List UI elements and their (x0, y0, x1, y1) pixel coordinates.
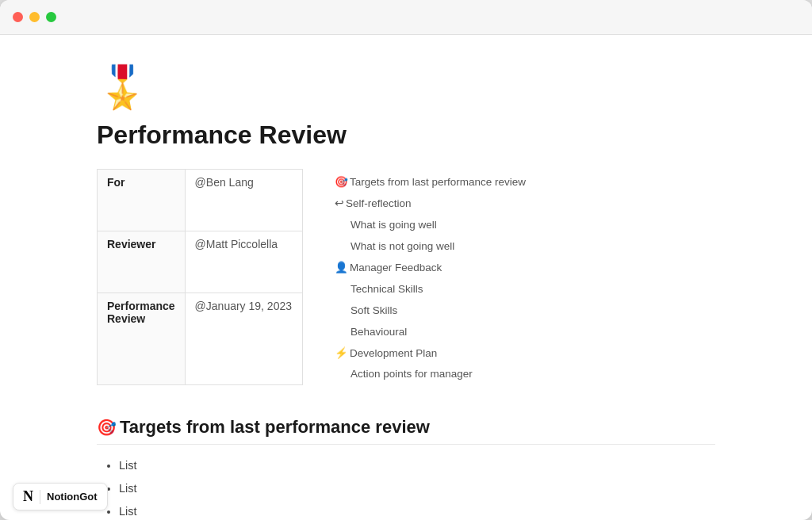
divider (40, 490, 40, 504)
notion-logo-letter: N (23, 488, 33, 505)
toc-item-soft-skills[interactable]: Soft Skills (335, 300, 715, 322)
list-item: List (119, 500, 715, 520)
field-value-for: @Ben Lang (185, 170, 302, 231)
field-label-review: Performance Review (98, 293, 186, 385)
self-reflection-icon: ↩ (335, 197, 344, 209)
field-label-reviewer: Reviewer (98, 231, 186, 293)
field-label-for: For (98, 170, 186, 231)
list-item: List (119, 454, 715, 477)
toc-item-action-points[interactable]: Action points for manager (335, 364, 715, 385)
table-row: For @Ben Lang (98, 170, 303, 231)
field-value-review: @January 19, 2023 (185, 293, 302, 385)
table-of-contents: 🎯Targets from last performance review ↩S… (335, 169, 715, 385)
list-item: List (119, 477, 715, 500)
page-icon: 🎖️ (97, 67, 148, 108)
table-row: Performance Review @January 19, 2023 (98, 293, 303, 385)
targets-icon: 🎯 (335, 176, 348, 188)
notion-brand-bar: N NotionGot (13, 483, 108, 510)
toc-item-not-going-well[interactable]: What is not going well (335, 236, 715, 258)
info-layout: For @Ben Lang Reviewer @Matt Piccolella … (97, 169, 715, 385)
toc-item-manager-feedback[interactable]: 👤Manager Feedback (335, 258, 715, 279)
targets-section: 🎯 Targets from last performance review L… (97, 417, 715, 520)
info-table: For @Ben Lang Reviewer @Matt Piccolella … (97, 169, 303, 385)
toc-item-development-plan[interactable]: ⚡Development Plan (335, 343, 715, 365)
manager-feedback-icon: 👤 (335, 262, 348, 273)
development-plan-icon: ⚡ (335, 347, 348, 359)
titlebar (0, 0, 812, 35)
toc-item-self-reflection[interactable]: ↩Self-reflection (335, 193, 715, 215)
toc-item-going-well[interactable]: What is going well (335, 215, 715, 236)
app-window: 🎖️ Performance Review For @Ben Lang Revi… (0, 0, 812, 520)
table-row: Reviewer @Matt Piccolella (98, 231, 303, 293)
toc-item-behavioural[interactable]: Behavioural (335, 322, 715, 343)
maximize-button[interactable] (46, 12, 56, 22)
minimize-button[interactable] (29, 12, 40, 22)
targets-section-title: 🎯 Targets from last performance review (97, 417, 715, 445)
toc-item-targets[interactable]: 🎯Targets from last performance review (335, 172, 715, 193)
page-content: 🎖️ Performance Review For @Ben Lang Revi… (0, 35, 812, 520)
close-button[interactable] (13, 12, 23, 22)
toc-item-technical-skills[interactable]: Technical Skills (335, 279, 715, 300)
field-value-reviewer: @Matt Piccolella (185, 231, 302, 293)
targets-list: List List List (97, 454, 715, 520)
notion-brand-name: NotionGot (47, 491, 98, 503)
page-title: Performance Review (97, 120, 347, 150)
page-body: 🎖️ Performance Review For @Ben Lang Revi… (49, 35, 763, 520)
traffic-lights (13, 12, 56, 22)
targets-section-icon: 🎯 (97, 418, 117, 437)
